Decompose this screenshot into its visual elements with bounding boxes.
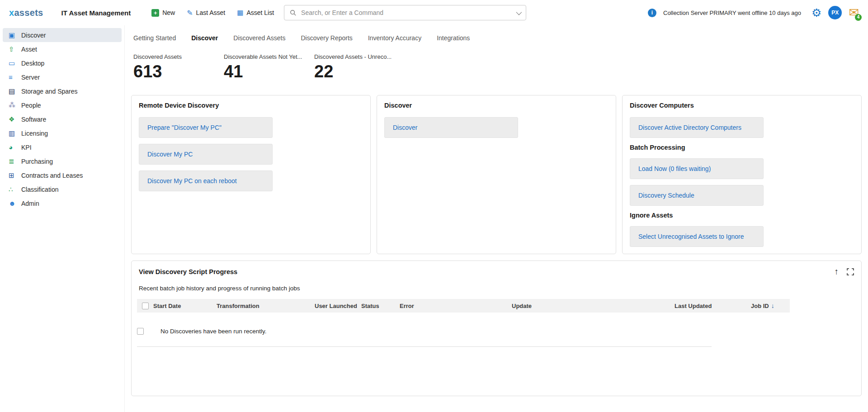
tab-discover[interactable]: Discover: [191, 34, 218, 42]
select-unrecognised-assets-button[interactable]: Select Unrecognised Assets to Ignore: [630, 226, 764, 247]
command-search: [284, 5, 526, 20]
ignore-assets-heading: Ignore Assets: [630, 212, 854, 219]
sidebar-item-desktop[interactable]: ▭ Desktop: [3, 56, 122, 70]
new-label: New: [162, 9, 175, 16]
asset-icon: ⇧: [9, 45, 21, 53]
discover-computers-card: Discover Computers Discover Active Direc…: [622, 95, 862, 254]
column-status[interactable]: Status: [361, 303, 400, 309]
tab-discovery-reports[interactable]: Discovery Reports: [301, 34, 353, 42]
search-icon: [290, 9, 297, 16]
empty-state-message: No Discoveries have been run recently.: [160, 328, 267, 335]
settings-gear-icon[interactable]: ⚙: [811, 7, 821, 19]
load-now-button[interactable]: Load Now (0 files waiting): [630, 158, 764, 179]
sidebar-item-label: Discover: [21, 32, 46, 39]
sidebar-item-people[interactable]: ⁂ People: [3, 98, 122, 112]
discover-button[interactable]: Discover: [384, 117, 518, 138]
stat-label: Discoverable Assets Not Yet...: [224, 53, 314, 60]
messages-mail-icon[interactable]: ✉4: [849, 7, 859, 19]
card-title: Discover: [384, 102, 609, 109]
sidebar-item-purchasing[interactable]: ≣ Purchasing: [3, 154, 122, 168]
tab-discovered-assets[interactable]: Discovered Assets: [233, 34, 285, 42]
sidebar-item-licensing[interactable]: ▥ Licensing: [3, 126, 122, 140]
header-checkbox-cell: [137, 303, 153, 309]
column-transformation[interactable]: Transformation: [217, 303, 315, 309]
row-select-checkbox[interactable]: [137, 328, 144, 335]
card-title: Remote Device Discovery: [139, 102, 363, 109]
stat-value: 41: [224, 62, 314, 81]
chevron-down-icon[interactable]: [516, 9, 522, 15]
sidebar-item-label: Software: [21, 116, 46, 123]
select-all-checkbox[interactable]: [142, 303, 149, 309]
tab-inventory-accuracy[interactable]: Inventory Accuracy: [368, 34, 421, 42]
software-icon: ❖: [9, 115, 21, 123]
row-divider: [137, 346, 712, 347]
tab-integrations[interactable]: Integrations: [437, 34, 470, 42]
stat-discoverable-not-yet: Discoverable Assets Not Yet... 41: [224, 53, 314, 81]
panel-header: View Discovery Script Progress ↑: [132, 261, 861, 276]
discover-active-directory-button[interactable]: Discover Active Directory Computers: [630, 117, 764, 138]
contracts-icon: ⊞: [9, 171, 21, 180]
sidebar-item-label: Admin: [21, 200, 39, 207]
discovery-script-progress-panel: View Discovery Script Progress ↑ Recent …: [131, 260, 862, 396]
sidebar-item-admin[interactable]: ☻ Admin: [3, 196, 122, 210]
panel-icons: ↑: [835, 267, 854, 276]
new-button[interactable]: + New: [151, 9, 175, 17]
new-plus-icon: +: [151, 9, 159, 17]
monitor-discover-icon: ▣: [9, 31, 21, 39]
column-update[interactable]: Update: [512, 303, 675, 309]
prepare-discover-my-pc-button[interactable]: Prepare "Discover My PC": [139, 117, 273, 138]
info-icon[interactable]: i: [648, 9, 656, 17]
column-last-updated[interactable]: Last Updated: [675, 303, 751, 309]
discover-my-pc-each-reboot-button[interactable]: Discover My PC on each reboot: [139, 170, 273, 191]
panel-title: View Discovery Script Progress: [139, 268, 237, 275]
stat-discovered-assets: Discovered Assets 613: [133, 53, 224, 81]
licensing-icon: ▥: [9, 129, 21, 137]
tab-getting-started[interactable]: Getting Started: [133, 34, 176, 42]
mail-badge: 4: [855, 14, 862, 21]
user-avatar[interactable]: PX: [828, 6, 842, 19]
search-input[interactable]: [300, 9, 516, 17]
discover-my-pc-button[interactable]: Discover My PC: [139, 144, 273, 165]
discovery-schedule-button[interactable]: Discovery Schedule: [630, 185, 764, 206]
sidebar-item-label: Purchasing: [21, 158, 53, 165]
topbar-actions: + New ✎ Last Asset ▦ Asset List: [151, 9, 274, 17]
edit-pencil-icon: ✎: [187, 9, 193, 17]
logo-x: x: [9, 8, 14, 18]
sidebar-item-label: Desktop: [21, 60, 44, 67]
sidebar: ▣ Discover ⇧ Asset ▭ Desktop ≡ Server ▤ …: [0, 25, 125, 412]
asset-list-button[interactable]: ▦ Asset List: [237, 9, 274, 17]
last-asset-button[interactable]: ✎ Last Asset: [187, 9, 225, 17]
people-icon: ⁂: [9, 101, 21, 109]
desktop-icon: ▭: [9, 59, 21, 67]
fullscreen-expand-icon[interactable]: [847, 268, 854, 275]
collapse-up-arrow-icon[interactable]: ↑: [835, 267, 839, 276]
logo-rest: assets: [14, 8, 43, 18]
topbar: xassets IT Asset Management + New ✎ Last…: [0, 0, 868, 25]
topbar-right: i Collection Server PRIMARY went offline…: [648, 6, 859, 19]
column-error[interactable]: Error: [400, 303, 512, 309]
sidebar-item-label: People: [21, 102, 41, 109]
sidebar-item-asset[interactable]: ⇧ Asset: [3, 42, 122, 56]
batch-processing-heading: Batch Processing: [630, 144, 854, 151]
stat-value: 613: [133, 62, 224, 81]
sidebar-item-label: Contracts and Leases: [21, 172, 83, 179]
column-user-launched[interactable]: User Launched: [315, 303, 361, 309]
xassets-logo[interactable]: xassets: [9, 8, 43, 18]
sidebar-item-label: KPI: [21, 144, 32, 151]
stats-row: Discovered Assets 613 Discoverable Asset…: [125, 42, 868, 81]
sidebar-item-label: Storage and Spares: [21, 88, 78, 95]
sidebar-item-label: Server: [21, 74, 40, 81]
sidebar-item-software[interactable]: ❖ Software: [3, 112, 122, 126]
sidebar-item-contracts-and-leases[interactable]: ⊞ Contracts and Leases: [3, 168, 122, 182]
column-start-date[interactable]: Start Date: [153, 303, 217, 309]
sidebar-item-server[interactable]: ≡ Server: [3, 70, 122, 84]
sidebar-item-classification[interactable]: ∴ Classification: [3, 182, 122, 196]
column-job-id[interactable]: Job ID ↓: [751, 302, 790, 309]
sidebar-item-kpi[interactable]: ◕ KPI: [3, 140, 122, 154]
cards-row: Remote Device Discovery Prepare "Discove…: [131, 95, 862, 254]
sidebar-item-storage-and-spares[interactable]: ▤ Storage and Spares: [3, 84, 122, 98]
sidebar-item-discover[interactable]: ▣ Discover: [3, 28, 122, 42]
stat-value: 22: [314, 62, 405, 81]
sort-descending-icon: ↓: [771, 302, 774, 309]
stat-unrecognised: Discovered Assets - Unreco... 22: [314, 53, 405, 81]
